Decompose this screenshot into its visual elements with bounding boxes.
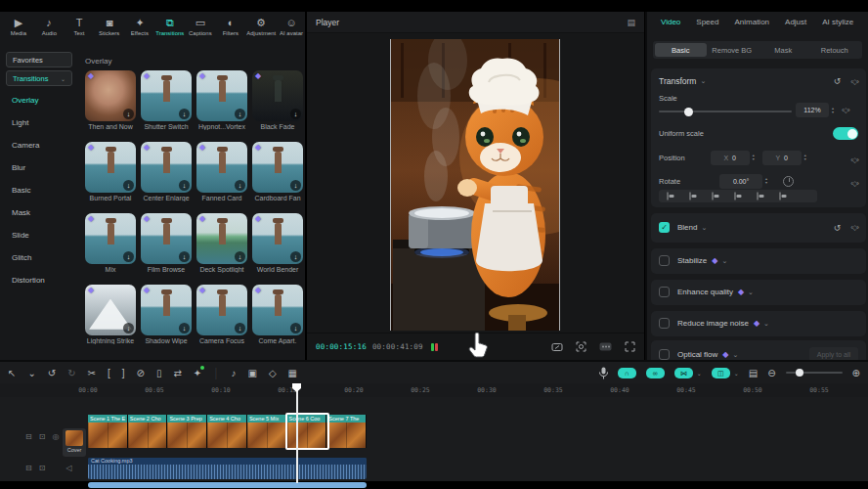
optical-flow-chevron-icon[interactable]: ⌄ — [733, 351, 739, 359]
track-collapse-icon[interactable]: ⊟ — [25, 432, 32, 441]
align-bottom-icon[interactable] — [779, 192, 788, 200]
transition-card-then-and-now[interactable]: ◆ ↓ Then and Now — [85, 70, 136, 130]
sidebar-item-transitions[interactable]: Transitions ⌄ — [6, 70, 72, 86]
download-icon[interactable]: ↓ — [235, 251, 245, 262]
category-light[interactable]: Light — [2, 111, 76, 134]
sidebar-item-favorites[interactable]: Favorites — [6, 52, 72, 67]
video-clip-4[interactable]: Scene 4 Cho — [207, 415, 247, 448]
trim-start-icon[interactable]: [ — [108, 368, 110, 378]
transition-card-camera-focus[interactable]: ◆ ↓ Camera Focus — [196, 285, 247, 344]
transition-thumbnail[interactable]: ◆ ↓ — [196, 285, 247, 335]
blend-collapse-icon[interactable]: ⌄ — [701, 224, 707, 232]
align-middle-icon[interactable] — [757, 192, 765, 200]
ratio-icon[interactable] — [551, 342, 563, 352]
transition-card-burned-portal[interactable]: ◆ ↓ Burned Portal — [85, 142, 136, 201]
category-basic[interactable]: Basic — [2, 179, 76, 201]
align-top-icon[interactable] — [734, 192, 743, 200]
audio-track-mute-icon[interactable]: ◁ — [65, 464, 71, 472]
download-icon[interactable]: ↓ — [235, 109, 245, 119]
freeze-frame-icon[interactable]: ▣ — [247, 368, 256, 378]
audio-beat-strip[interactable] — [88, 482, 367, 488]
scale-stepper[interactable]: ▴▾ — [832, 107, 834, 114]
category-overlay[interactable]: Overlay — [2, 89, 76, 111]
subtab-retouch[interactable]: Retouch — [809, 43, 861, 57]
download-icon[interactable]: ↓ — [235, 180, 245, 191]
delete-icon[interactable]: ⊘ — [137, 368, 145, 378]
transition-thumbnail[interactable]: ◆ ↓ — [85, 142, 136, 193]
transform-reset-icon[interactable]: ↺ — [834, 76, 842, 86]
download-icon[interactable]: ↓ — [290, 109, 301, 119]
cover-button[interactable]: Cover — [63, 428, 86, 457]
zoom-out-icon[interactable]: ⊖ — [767, 368, 775, 378]
reduce-image-noise-chevron-icon[interactable]: ⌄ — [763, 320, 769, 328]
audio-track-collapse-icon[interactable]: ⊟ — [25, 464, 32, 472]
video-clip-6[interactable]: Scene 6 Coo — [287, 415, 327, 448]
enhance-quality-checkbox[interactable] — [659, 287, 670, 297]
transition-thumbnail[interactable]: ◆ ↓ — [141, 142, 192, 193]
download-icon[interactable]: ↓ — [123, 180, 134, 191]
fullscreen-icon[interactable] — [625, 341, 635, 352]
transition-card-world-bender[interactable]: ◆ ↓ World Bender — [252, 213, 303, 273]
magnet-toggle-icon[interactable]: ∩ — [618, 368, 636, 378]
download-icon[interactable]: ↓ — [290, 180, 301, 191]
video-clip-7[interactable]: Scene 7 The — [326, 415, 367, 448]
transform-guide-left[interactable] — [390, 39, 391, 331]
align-right-icon[interactable] — [712, 192, 720, 200]
toolbar-item-media[interactable]: ▶ Media — [4, 15, 33, 38]
rotate-value[interactable]: 0.00° — [719, 174, 762, 189]
category-slide[interactable]: Slide — [2, 224, 76, 246]
stabilize-checkbox[interactable] — [659, 255, 670, 266]
timeline-ruler[interactable]: 00:0000:0500:1000:1500:2000:2500:3000:35… — [0, 383, 868, 397]
transition-thumbnail[interactable]: ◆ ↓ — [252, 213, 303, 264]
reduce-image-noise-checkbox[interactable] — [659, 318, 670, 329]
align-left-icon[interactable] — [667, 192, 675, 200]
preview-caret-icon[interactable]: ⌄ — [734, 370, 739, 377]
optical-flow-checkbox[interactable] — [659, 349, 670, 360]
transition-card-black-fade[interactable]: ◆ ↓ Black Fade — [252, 70, 303, 130]
transition-thumbnail[interactable]: ◆ ↓ — [252, 142, 303, 193]
scale-slider-thumb[interactable] — [684, 108, 693, 116]
trim-end-icon[interactable]: ] — [122, 368, 125, 378]
transition-card-hypnot-vortex[interactable]: ◆ ↓ Hypnot...Vortex — [196, 70, 247, 130]
position-x-stepper[interactable]: ▴▾ — [753, 154, 755, 161]
audio-track-lock-icon[interactable]: ⊡ — [39, 464, 46, 472]
tab-animation[interactable]: Animation — [734, 18, 769, 26]
toolbar-item-captions[interactable]: ▭ Captions — [186, 15, 215, 38]
toolbar-item-text[interactable]: T Text — [65, 15, 94, 38]
download-icon[interactable]: ↓ — [290, 251, 301, 262]
video-clip-3[interactable]: Scene 3 Prep — [167, 415, 207, 448]
toolbar-item-ai-avatar[interactable]: ☺ AI avatar — [277, 15, 306, 38]
enhance-quality-chevron-icon[interactable]: ⌄ — [748, 289, 754, 296]
download-icon[interactable]: ↓ — [235, 323, 245, 333]
zoom-in-icon[interactable]: ⊕ — [852, 368, 860, 378]
subtab-remove-bg[interactable]: Remove BG — [707, 43, 759, 57]
select-tool-icon[interactable]: ↖ — [8, 368, 16, 378]
category-distortion[interactable]: Distortion — [2, 269, 76, 291]
download-icon[interactable]: ↓ — [123, 109, 134, 119]
adapt-view-icon[interactable]: ▤ — [749, 368, 758, 378]
track-lock-icon[interactable]: ⊡ — [39, 432, 46, 441]
download-icon[interactable]: ↓ — [179, 180, 190, 191]
toolbar-item-audio[interactable]: ♪ Audio — [34, 15, 64, 38]
subtab-basic[interactable]: Basic — [655, 43, 707, 57]
split-icon[interactable]: ✂ — [88, 368, 96, 378]
transition-card-lightning-strike[interactable]: ◆ ↓ Lightning Strike — [85, 285, 136, 344]
preview-focus-icon[interactable] — [576, 341, 586, 352]
transition-thumbnail[interactable]: ◆ ↓ — [85, 70, 136, 121]
blend-keyframe-icon[interactable]: ‹◇› — [850, 223, 858, 232]
toolbar-item-effects[interactable]: ✦ Effects — [125, 15, 154, 38]
video-clip-2[interactable]: Scene 2 Cho — [128, 415, 168, 448]
transition-card-shutter-switch[interactable]: ◆ ↓ Shutter Switch — [141, 70, 192, 130]
download-icon[interactable]: ↓ — [123, 251, 134, 262]
track-hide-icon[interactable]: ◎ — [52, 432, 59, 441]
transform-keyframe-icon[interactable]: ‹◇› — [850, 77, 858, 86]
mute-clip-icon[interactable]: ♪ — [231, 368, 236, 378]
tab-adjust[interactable]: Adjust — [785, 18, 806, 26]
transition-card-center-enlarge[interactable]: ◆ ↓ Center Enlarge — [141, 142, 192, 201]
transition-thumbnail[interactable]: ◆ ↓ — [141, 213, 192, 264]
toolbar-item-stickers[interactable]: ◙ Stickers — [95, 15, 124, 38]
keyframe-icon[interactable]: ◇ — [269, 368, 277, 378]
blend-checkbox[interactable]: ✓ — [659, 222, 670, 233]
category-glitch[interactable]: Glitch — [2, 246, 76, 269]
video-clip-1[interactable]: Scene 1 The E — [88, 415, 128, 448]
